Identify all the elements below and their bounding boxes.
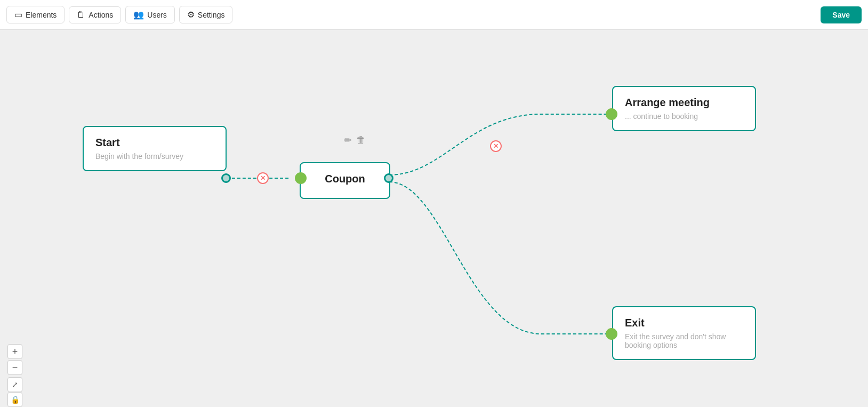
edit-icon[interactable]: ✏ [344,134,352,146]
zoom-controls: + − [7,344,22,375]
elements-icon: ▭ [14,10,22,20]
coupon-title: Coupon [312,173,377,185]
actions-label: Actions [89,11,113,19]
arrange-meeting-node[interactable]: Arrange meeting ... continue to booking [612,86,756,131]
exit-title: Exit [625,317,743,329]
top-nav: ▭ Elements 🗒 Actions 👥 Users ⚙ Settings … [0,0,868,30]
start-title: Start [95,137,214,149]
zoom-in-button[interactable]: + [7,344,22,359]
delete-icon[interactable]: 🗑 [356,134,366,146]
exit-left-connector[interactable] [606,328,617,340]
actions-icon: 🗒 [77,10,85,20]
coupon-node[interactable]: Coupon [300,162,390,199]
elements-tab[interactable]: ▭ Elements [6,6,65,23]
flow-canvas[interactable]: ✏ 🗑 Start Begin with the form/survey Cou… [0,30,868,407]
arrange-left-connector[interactable] [606,108,617,120]
fit-screen-button[interactable]: ⤢ [7,377,22,392]
coupon-left-connector[interactable] [295,172,307,184]
coupon-node-actions: ✏ 🗑 [344,134,366,146]
coupon-arrange-delete-dot[interactable]: ✕ [490,140,502,152]
zoom-out-button[interactable]: − [7,360,22,375]
settings-tab[interactable]: ⚙ Settings [179,6,233,23]
start-subtitle: Begin with the form/survey [95,152,214,161]
actions-tab[interactable]: 🗒 Actions [69,6,121,23]
lock-button[interactable]: 🔒 [7,392,22,407]
save-button[interactable]: Save [821,6,862,23]
exit-node[interactable]: Exit Exit the survey and don't show book… [612,306,756,360]
exit-subtitle: Exit the survey and don't show booking o… [625,332,743,349]
settings-icon: ⚙ [187,10,195,20]
arrange-title: Arrange meeting [625,97,743,109]
users-icon: 👥 [133,10,144,20]
arrange-subtitle: ... continue to booking [625,112,743,121]
users-label: Users [147,11,167,19]
settings-label: Settings [198,11,225,19]
start-node[interactable]: Start Begin with the form/survey [83,126,227,171]
coupon-right-connector[interactable] [384,173,393,183]
start-coupon-delete-dot[interactable]: ✕ [257,172,269,184]
start-right-connector[interactable] [221,173,231,183]
elements-label: Elements [26,11,57,19]
users-tab[interactable]: 👥 Users [125,6,175,23]
